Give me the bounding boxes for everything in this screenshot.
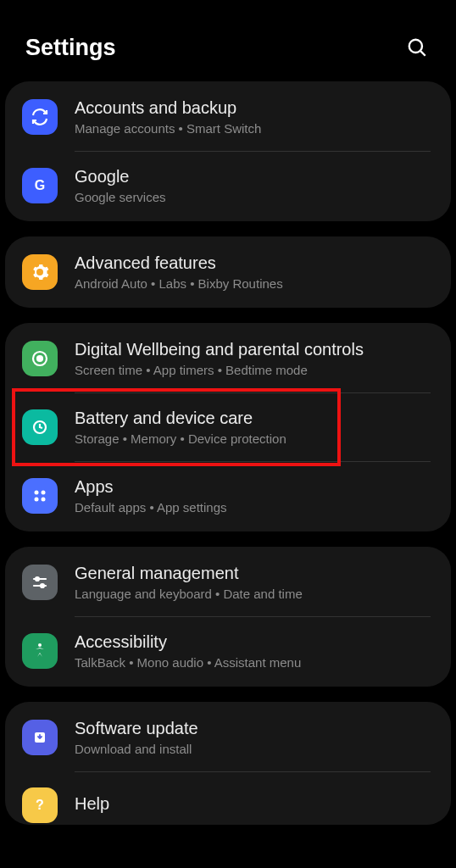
svg-point-6	[35, 491, 39, 495]
item-subtitle: Manage accounts • Smart Switch	[75, 121, 434, 136]
item-subtitle: Storage • Memory • Device protection	[75, 431, 434, 446]
header: Settings	[0, 0, 456, 81]
search-button[interactable]	[403, 34, 431, 61]
settings-group: Software update Download and install ? H…	[5, 702, 451, 825]
svg-point-8	[35, 498, 39, 502]
item-title: Accessibility	[75, 632, 434, 652]
item-subtitle: Download and install	[75, 742, 434, 756]
settings-item-software-update[interactable]: Software update Download and install	[5, 704, 451, 771]
item-text: Apps Default apps • App settings	[75, 477, 434, 515]
sliders-icon	[22, 565, 58, 600]
item-title: Accounts and backup	[75, 98, 434, 118]
item-subtitle: Google services	[75, 190, 434, 204]
item-title: Digital Wellbeing and parental controls	[75, 340, 434, 359]
svg-point-11	[36, 577, 39, 581]
svg-point-7	[42, 491, 46, 495]
svg-line-1	[420, 51, 425, 56]
item-title: Software update	[75, 719, 434, 738]
settings-item-battery-device-care[interactable]: Battery and device care Storage • Memory…	[5, 393, 451, 461]
item-text: Battery and device care Storage • Memory…	[75, 409, 434, 446]
settings-item-accounts-backup[interactable]: Accounts and backup Manage accounts • Sm…	[5, 83, 451, 151]
item-title: Advanced features	[75, 253, 434, 273]
item-title: Google	[75, 167, 434, 186]
item-text: Help	[75, 794, 434, 817]
svg-point-13	[41, 584, 44, 587]
svg-text:?: ?	[36, 798, 44, 812]
item-text: Software update Download and install	[75, 719, 434, 756]
settings-item-help[interactable]: ? Help	[5, 772, 451, 823]
svg-point-0	[409, 40, 422, 53]
search-icon	[406, 36, 428, 58]
settings-item-google[interactable]: G Google Google services	[5, 152, 451, 220]
device-care-icon	[22, 409, 58, 445]
help-icon: ?	[22, 787, 58, 823]
update-icon	[22, 720, 58, 755]
svg-point-9	[42, 498, 46, 502]
settings-group: Advanced features Android Auto • Labs • …	[5, 236, 451, 308]
settings-group: General management Language and keyboard…	[5, 547, 451, 687]
item-title: Apps	[75, 477, 434, 497]
item-title: General management	[75, 564, 434, 583]
settings-group: Digital Wellbeing and parental controls …	[5, 323, 451, 531]
accessibility-icon	[22, 633, 58, 669]
item-text: Accessibility TalkBack • Mono audio • As…	[75, 632, 434, 670]
apps-icon	[22, 478, 58, 514]
sync-icon	[22, 99, 58, 135]
item-text: Google Google services	[75, 167, 434, 204]
item-text: Accounts and backup Manage accounts • Sm…	[75, 98, 434, 136]
settings-item-digital-wellbeing[interactable]: Digital Wellbeing and parental controls …	[5, 325, 451, 392]
svg-text:G: G	[35, 178, 45, 192]
item-title: Help	[75, 794, 434, 814]
item-text: General management Language and keyboard…	[75, 564, 434, 601]
settings-item-advanced-features[interactable]: Advanced features Android Auto • Labs • …	[5, 238, 451, 306]
settings-item-general-management[interactable]: General management Language and keyboard…	[5, 548, 451, 616]
gear-icon	[22, 254, 58, 290]
item-text: Digital Wellbeing and parental controls …	[75, 340, 434, 377]
item-subtitle: TalkBack • Mono audio • Assistant menu	[75, 655, 434, 670]
settings-item-accessibility[interactable]: Accessibility TalkBack • Mono audio • As…	[5, 617, 451, 685]
item-text: Advanced features Android Auto • Labs • …	[75, 253, 434, 291]
wellbeing-icon	[22, 341, 58, 376]
svg-point-4	[37, 356, 42, 361]
item-subtitle: Android Auto • Labs • Bixby Routines	[75, 276, 434, 291]
item-subtitle: Screen time • App timers • Bedtime mode	[75, 363, 434, 377]
google-icon: G	[22, 168, 58, 203]
item-subtitle: Default apps • App settings	[75, 500, 434, 515]
page-title: Settings	[25, 35, 116, 61]
item-title: Battery and device care	[75, 409, 434, 428]
settings-group: Accounts and backup Manage accounts • Sm…	[5, 81, 451, 221]
item-subtitle: Language and keyboard • Date and time	[75, 587, 434, 601]
svg-point-14	[38, 643, 42, 647]
settings-item-apps[interactable]: Apps Default apps • App settings	[5, 462, 451, 530]
